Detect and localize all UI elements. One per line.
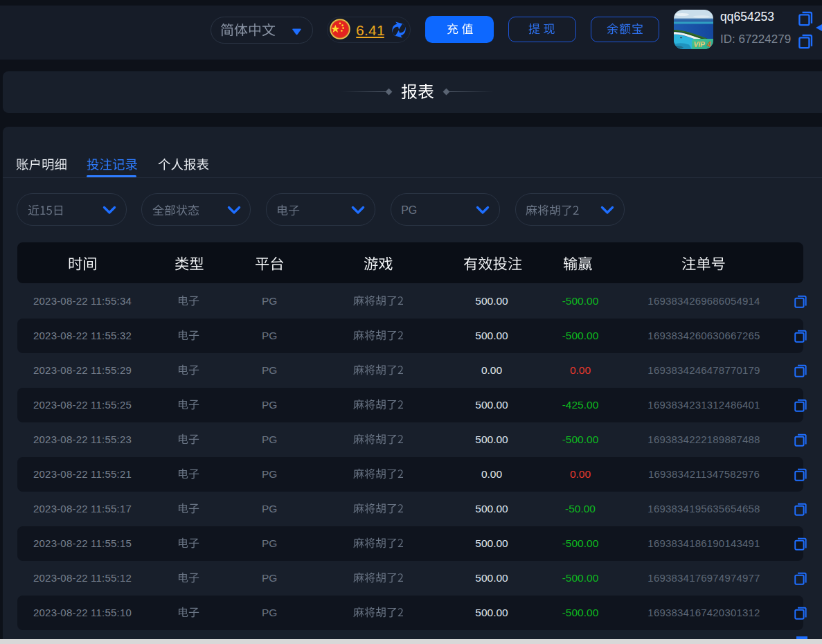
svg-text:VIP: VIP xyxy=(694,40,705,48)
